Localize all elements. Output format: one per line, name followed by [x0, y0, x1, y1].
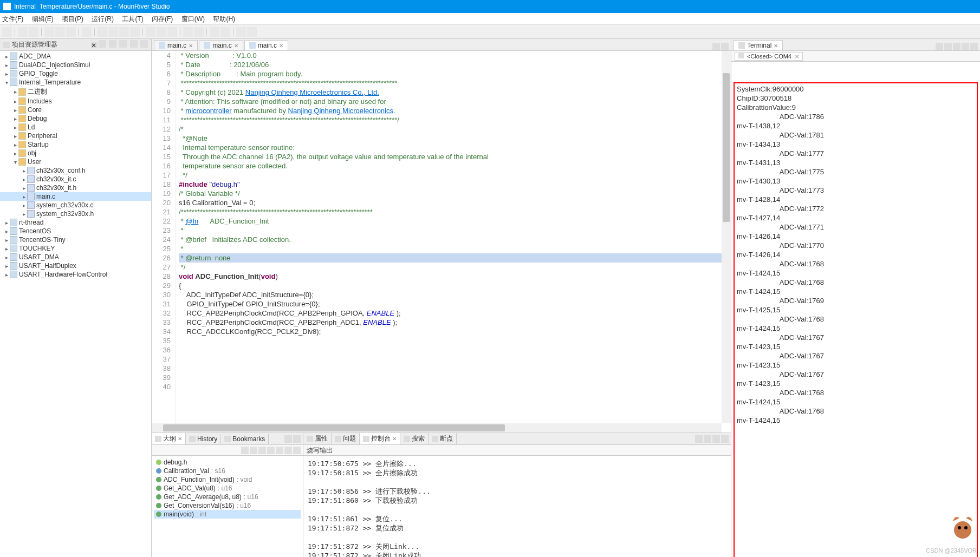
tree-arrow-icon[interactable]: ▸ — [12, 116, 18, 122]
terminal-tool-2-icon[interactable] — [944, 43, 952, 50]
explorer-min-icon[interactable] — [130, 40, 138, 48]
tree-arrow-icon[interactable]: ▸ — [12, 107, 18, 113]
console-output[interactable]: 19:17:50:675 >> 全片擦除... 19:17:50:815 >> … — [303, 456, 731, 557]
menu-project[interactable]: 项目(P) — [62, 15, 83, 23]
tree-arrow-icon[interactable]: ▸ — [3, 237, 10, 243]
close-icon[interactable]: ✕ — [234, 43, 238, 49]
menu-file[interactable]: 文件(F) — [2, 15, 23, 23]
editor-tab[interactable]: main.c✕ — [244, 40, 288, 50]
toolbar-save-all-icon[interactable] — [29, 27, 38, 37]
editor-tab[interactable]: main.c✕ — [199, 40, 243, 50]
tab-bookmarks[interactable]: Bookmarks — [221, 434, 269, 444]
explorer-close-icon[interactable]: ✕ — [91, 42, 98, 48]
toolbar-search-icon[interactable] — [82, 27, 92, 37]
tab-breakpoints[interactable]: 断点 — [429, 433, 457, 444]
outline-tool-4-icon[interactable] — [267, 447, 275, 454]
toolbar-misc2-icon[interactable] — [247, 27, 257, 37]
tree-item[interactable]: ▸main.c — [0, 192, 151, 201]
tree-arrow-icon[interactable]: ▸ — [21, 211, 27, 217]
tree-arrow-icon[interactable]: ▸ — [21, 202, 27, 208]
outline-tool-3-icon[interactable] — [258, 447, 266, 454]
tree-arrow-icon[interactable]: ▸ — [3, 246, 10, 252]
terminal-tool-4-icon[interactable] — [962, 43, 969, 50]
tree-item[interactable]: ▸DualADC_InjectionSimul — [0, 61, 151, 69]
tree-arrow-icon[interactable]: ▸ — [3, 228, 10, 234]
tree-item[interactable]: ▸Ld — [0, 123, 151, 132]
tree-item[interactable]: ▸Includes — [0, 97, 151, 106]
console-tool-3-icon[interactable] — [712, 435, 720, 443]
tree-item[interactable]: ▸USART_HardwareFlowControl — [0, 270, 151, 279]
tree-item[interactable]: ▸USART_DMA — [0, 253, 151, 261]
editor-scrollbar-horizontal[interactable] — [152, 423, 722, 433]
explorer-refresh-icon[interactable] — [119, 40, 127, 48]
outline-item[interactable]: ADC_Function_Init(void) : void — [154, 475, 301, 484]
tree-arrow-icon[interactable]: ▾ — [12, 159, 18, 165]
tab-search[interactable]: 搜索 — [400, 433, 429, 444]
close-icon[interactable]: ✕ — [279, 43, 283, 49]
outline-item[interactable]: Calibrattion_Val : s16 — [154, 467, 301, 475]
terminal-tool-1-icon[interactable] — [936, 43, 943, 50]
tree-arrow-icon[interactable]: ▾ — [3, 80, 10, 86]
tree-item[interactable]: ▸TencentOS-Tiny — [0, 235, 151, 244]
tree-item[interactable]: ▾User — [0, 158, 151, 166]
editor-scrollbar-vertical[interactable] — [722, 51, 731, 423]
editor-min-icon[interactable] — [712, 43, 720, 50]
outline-item[interactable]: Get_ConversionVal(s16) : u16 — [154, 501, 301, 510]
toolbar-misc1-icon[interactable] — [236, 27, 246, 37]
outline-tool-6-icon[interactable] — [284, 447, 292, 454]
tree-arrow-icon[interactable]: ▸ — [21, 194, 27, 200]
editor-max-icon[interactable] — [721, 43, 729, 50]
tree-item[interactable]: ▸rt-thread — [0, 218, 151, 227]
tree-arrow-icon[interactable]: ▸ — [3, 71, 10, 77]
menu-edit[interactable]: 编辑(E) — [32, 15, 54, 23]
menu-run[interactable]: 运行(R) — [92, 15, 114, 23]
outline-item[interactable]: Get_ADC_Val(u8) : u16 — [154, 484, 301, 493]
tree-item[interactable]: ▸system_ch32v30x.c — [0, 201, 151, 209]
toolbar-nav2-icon[interactable] — [194, 27, 204, 37]
outline-tool-5-icon[interactable] — [276, 447, 283, 454]
outline-list[interactable]: debug.h Calibrattion_Val : s16ADC_Functi… — [152, 456, 303, 557]
console-tool-2-icon[interactable] — [704, 435, 711, 443]
toolbar-stop-icon[interactable] — [119, 27, 129, 37]
com-tab-close-icon[interactable]: ✕ — [795, 54, 799, 60]
project-tree[interactable]: ▸ADC_DMA▸DualADC_InjectionSimul▸GPIO_Tog… — [0, 51, 151, 557]
scrollbar-thumb[interactable] — [723, 73, 730, 222]
tree-arrow-icon[interactable]: ▸ — [3, 272, 10, 278]
toolbar-step-over-icon[interactable] — [157, 27, 166, 37]
tree-item[interactable]: ▸Peripheral — [0, 132, 151, 140]
toolbar-nav1-icon[interactable] — [183, 27, 193, 37]
tree-item[interactable]: ▸Core — [0, 106, 151, 114]
console-tool-4-icon[interactable] — [721, 435, 729, 443]
tree-item[interactable]: ▸ch32v30x_it.h — [0, 184, 151, 192]
tree-arrow-icon[interactable]: ▸ — [21, 185, 27, 191]
explorer-link-icon[interactable] — [109, 40, 116, 48]
toolbar-clean-icon[interactable] — [66, 27, 76, 37]
editor-tab[interactable]: main.c✕ — [154, 40, 198, 50]
toolbar-new-icon[interactable] — [2, 27, 12, 37]
tree-arrow-icon[interactable]: ▸ — [3, 254, 10, 260]
tree-item[interactable]: ▸ADC_DMA — [0, 52, 151, 61]
tree-item[interactable]: ▾Internal_Temperature — [0, 78, 151, 87]
toolbar-forward-icon[interactable] — [220, 27, 230, 37]
tree-arrow-icon[interactable]: ▸ — [21, 176, 27, 182]
tree-item[interactable]: ▸Debug — [0, 114, 151, 123]
outline-max-icon[interactable] — [293, 435, 301, 443]
tree-item[interactable]: ▸TencentOS — [0, 227, 151, 235]
tree-arrow-icon[interactable]: ▸ — [12, 99, 18, 104]
menu-window[interactable]: 窗口(W) — [181, 15, 205, 23]
tree-item[interactable]: ▸二进制 — [0, 87, 151, 97]
tab-console[interactable]: 控制台✕ — [360, 433, 400, 444]
toolbar-step-out-icon[interactable] — [167, 27, 177, 37]
outline-min-icon[interactable] — [284, 435, 292, 443]
tree-item[interactable]: ▸GPIO_Toggle — [0, 69, 151, 78]
toolbar-save-icon[interactable] — [18, 27, 28, 37]
tree-arrow-icon[interactable]: ▸ — [3, 54, 10, 60]
scrollbar-thumb[interactable] — [163, 424, 505, 431]
toolbar-debug-icon[interactable] — [108, 27, 118, 37]
tab-outline[interactable]: 大纲✕ — [152, 433, 186, 444]
outline-item[interactable]: Get_ADC_Average(u8, u8) : u16 — [154, 493, 301, 501]
terminal-output[interactable]: SystemClk:96000000 ChipID:30700518 Calib… — [731, 62, 980, 557]
tree-arrow-icon[interactable]: ▸ — [3, 220, 10, 226]
tree-arrow-icon[interactable]: ▸ — [12, 89, 18, 95]
tab-properties[interactable]: 属性 — [303, 433, 332, 444]
